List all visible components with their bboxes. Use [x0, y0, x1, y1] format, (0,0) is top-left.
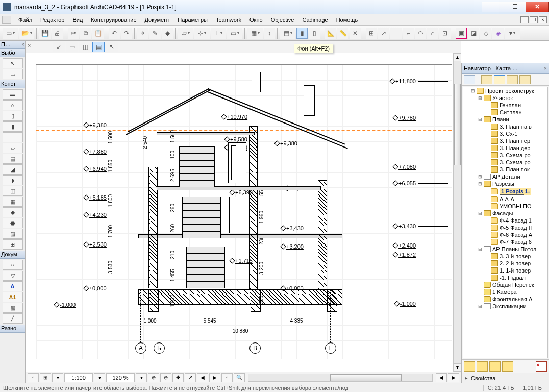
- tb-k[interactable]: ◈: [492, 28, 504, 39]
- tree-item[interactable]: ⊟Фасады: [478, 210, 547, 217]
- arrow-tool[interactable]: ↖: [3, 58, 23, 68]
- nav-f4[interactable]: [502, 361, 513, 372]
- roof-tool[interactable]: ◢: [3, 164, 23, 175]
- vb-nav8[interactable]: 🔍: [234, 373, 245, 382]
- tb-d[interactable]: ⌐: [403, 28, 414, 39]
- slab-tool[interactable]: ▱: [3, 143, 23, 153]
- tb-l[interactable]: ▾: [505, 28, 520, 39]
- layer-button[interactable]: ▤: [280, 28, 295, 39]
- tree-item[interactable]: 3. План дер: [485, 144, 547, 152]
- nav-delete-button[interactable]: ×: [536, 361, 547, 372]
- tree-item[interactable]: 3. Схема ро: [485, 152, 547, 159]
- maximize-button[interactable]: [504, 2, 526, 12]
- vb-2[interactable]: ▭: [66, 42, 78, 52]
- zone-tool[interactable]: ▨: [3, 229, 23, 239]
- tree-item[interactable]: Ф-7 Фасад 6: [485, 238, 547, 246]
- menu-cadimage[interactable]: Cadimage: [298, 15, 332, 24]
- copy-button[interactable]: ⧉: [80, 28, 91, 39]
- tb-h[interactable]: ▣: [456, 28, 467, 39]
- tree-root[interactable]: ⊟Проект реконструк: [470, 87, 547, 94]
- stair-tool[interactable]: ▤: [3, 154, 23, 164]
- snap3-button[interactable]: ⊥: [211, 28, 226, 39]
- tree-item[interactable]: 3. 3-й повер: [485, 253, 547, 260]
- scroll-down-icon[interactable]: ▼: [454, 363, 461, 372]
- tree-item-selected[interactable]: 1 Розріз 1-: [485, 187, 547, 195]
- tree-item[interactable]: Ф-5 Фасад П: [485, 224, 547, 231]
- navigator-tree[interactable]: ⊟Проект реконструк ⊟Участок Генплан Ситп…: [463, 87, 548, 358]
- vb-nav6[interactable]: ▶: [209, 373, 220, 382]
- measure-button[interactable]: 📐: [325, 28, 336, 39]
- mdi-close-icon[interactable]: ×: [539, 16, 547, 23]
- object-tool[interactable]: ⬣: [3, 218, 23, 228]
- tb-c[interactable]: ⟂: [390, 28, 402, 39]
- tree-item[interactable]: ⊟Участок: [478, 94, 547, 102]
- palette-hdr-3[interactable]: Конст: [0, 80, 25, 88]
- hscroll-right-icon[interactable]: ▶: [448, 373, 459, 382]
- menu-document[interactable]: Документ: [141, 15, 174, 24]
- grid-button[interactable]: ▦: [247, 28, 263, 39]
- dim-tool[interactable]: ↔: [3, 260, 23, 270]
- cut-button[interactable]: ✂: [68, 28, 79, 39]
- label-tool[interactable]: A1: [3, 292, 23, 302]
- fill-tool[interactable]: ▧: [3, 303, 23, 313]
- mesh-tool[interactable]: ⊞: [3, 239, 23, 250]
- nav-tab-1[interactable]: [464, 75, 475, 84]
- close-doc-icon[interactable]: ×: [28, 42, 31, 48]
- tb-b[interactable]: ↗: [378, 28, 389, 39]
- pick-button[interactable]: ◆: [162, 28, 173, 39]
- pen-button[interactable]: ✎: [149, 28, 161, 39]
- tree-item[interactable]: 3. План на в: [485, 123, 547, 130]
- vb-z1[interactable]: ▾: [136, 373, 147, 382]
- tb-g[interactable]: ⊡: [439, 28, 451, 39]
- drawing-viewport[interactable]: +11,800 +9,780 +7,080 +6,055 +3,430 +2,4…: [26, 53, 461, 372]
- paste-button[interactable]: 📋: [92, 28, 104, 39]
- undo-button[interactable]: ↶: [109, 28, 120, 39]
- ruler-button[interactable]: 📏: [337, 28, 348, 39]
- shell-tool[interactable]: ◗: [3, 175, 23, 185]
- wand-button[interactable]: ✧: [137, 28, 148, 39]
- tb-e[interactable]: ◠: [415, 28, 426, 39]
- mdi-restore-icon[interactable]: ❐: [530, 16, 538, 23]
- vertical-scrollbar[interactable]: ▲ ▼: [453, 53, 461, 372]
- window-tool[interactable]: ▯: [3, 111, 23, 121]
- vb-nav1[interactable]: ⊕: [148, 373, 159, 382]
- tree-item[interactable]: Ситплан: [485, 109, 547, 116]
- menu-construct[interactable]: Конструирование: [87, 15, 140, 24]
- tree-item[interactable]: 3. Сх-1: [485, 130, 547, 137]
- palette-hdr-5[interactable]: Разно: [0, 325, 25, 333]
- axis-button[interactable]: ↕: [264, 28, 275, 39]
- text-tool[interactable]: A: [3, 281, 23, 291]
- close-button[interactable]: [526, 2, 549, 12]
- redo-button[interactable]: ↷: [121, 28, 132, 39]
- menu-objective[interactable]: Objective: [267, 15, 298, 24]
- tree-item[interactable]: Ф-6 Фасад А: [485, 231, 547, 238]
- vb-nav5[interactable]: ◀: [197, 373, 208, 382]
- scale-input[interactable]: [64, 373, 93, 382]
- new-doc-button[interactable]: ▭: [3, 28, 18, 39]
- navigator-header[interactable]: Навигатор - Карта … ×: [462, 63, 549, 74]
- tree-item[interactable]: Общая Перспек: [478, 281, 547, 288]
- menu-view[interactable]: Вид: [68, 15, 87, 24]
- tree-item[interactable]: ⊟АР Планы Потол: [478, 246, 547, 253]
- tree-item[interactable]: УМОВНІ ПО: [485, 203, 547, 210]
- fg-button[interactable]: ▯: [309, 28, 320, 39]
- vb-5[interactable]: ↖: [106, 42, 118, 52]
- expand-icon[interactable]: [465, 375, 468, 381]
- marquee-tool[interactable]: ▭: [3, 69, 23, 79]
- morph-tool[interactable]: ◆: [3, 207, 23, 217]
- hscroll-left-icon[interactable]: ◀: [436, 373, 447, 382]
- tree-item[interactable]: 2. 2-й повер: [485, 260, 547, 267]
- minimize-button[interactable]: [482, 2, 504, 12]
- snap1-button[interactable]: ▱: [178, 28, 193, 39]
- menu-editor[interactable]: Редактор: [36, 15, 68, 24]
- background-button[interactable]: ▮: [296, 28, 308, 39]
- save-button[interactable]: 💾: [39, 28, 51, 39]
- scroll-thumb[interactable]: [454, 84, 461, 165]
- menu-file[interactable]: Файл: [14, 15, 36, 24]
- tree-item[interactable]: 3. План пок: [485, 166, 547, 173]
- tree-item[interactable]: 1 Камера: [478, 288, 547, 296]
- nav-tab-5[interactable]: [519, 75, 531, 84]
- archicad-logo-icon[interactable]: [2, 16, 11, 24]
- tree-item[interactable]: -1. Підвал: [485, 274, 547, 281]
- tb-a[interactable]: ⊞: [366, 28, 377, 39]
